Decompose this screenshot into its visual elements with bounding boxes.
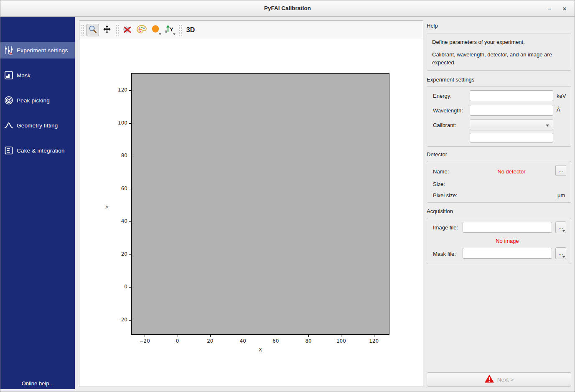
x-tick-label: 100	[332, 338, 350, 344]
next-button-label: Next >	[497, 377, 514, 383]
sidebar-item-label: Peak picking	[17, 97, 50, 104]
geometry-fitting-icon	[4, 121, 13, 130]
wavelength-unit: Å	[557, 107, 560, 113]
zoom-mode-button[interactable]	[87, 24, 99, 36]
window-title: PyFAI Calibration	[0, 5, 575, 11]
warning-triangle-icon	[484, 374, 494, 385]
y-tick-label: 0	[109, 284, 127, 290]
dropdown-caret-icon	[173, 33, 176, 35]
mask-file-browse-button[interactable]: …	[555, 247, 566, 259]
x-tick-mark	[145, 335, 145, 337]
svg-text:0: 0	[165, 30, 167, 33]
wavelength-label: Wavelength:	[433, 107, 463, 114]
y-axis-label: Y	[104, 206, 111, 209]
mask-file-label: Mask file:	[433, 251, 456, 257]
experiment-settings-box: Energy: keV Wavelength: Å Calibrant:	[427, 86, 571, 147]
y-tick-mark	[129, 221, 131, 222]
dropdown-caret-icon	[562, 256, 565, 258]
toolbar-handle[interactable]	[116, 25, 119, 36]
cake-integration-icon	[4, 146, 13, 155]
app-window: PyFAI Calibration – × Experiment settin	[0, 0, 575, 392]
y-tick-label: 60	[109, 186, 127, 191]
minimize-button[interactable]: –	[544, 4, 555, 14]
help-paragraph: Define parameters of your experiment.	[432, 38, 566, 46]
x-tick-label: 0	[168, 338, 187, 344]
detector-section-title: Detector	[427, 151, 447, 158]
magnifier-icon	[88, 25, 97, 36]
energy-field[interactable]	[470, 90, 553, 101]
plot-toolbar: 0 Y 3D	[79, 21, 423, 39]
y-tick-label: 120	[109, 87, 127, 93]
toolbar-handle[interactable]	[179, 25, 182, 36]
crosshair-off-button[interactable]	[121, 24, 134, 36]
pixel-size-unit: μm	[557, 192, 565, 199]
y-tick-mark	[129, 189, 131, 189]
x-tick-label: 40	[234, 338, 252, 344]
colormap-button[interactable]	[135, 24, 148, 36]
image-file-label: Image file:	[433, 224, 458, 231]
sidebar-item-label: Experiment settings	[17, 47, 68, 53]
x-axis-label: X	[131, 346, 389, 353]
online-help-link[interactable]: Online help...	[0, 380, 75, 387]
pan-mode-button[interactable]	[101, 24, 113, 36]
image-file-field[interactable]	[463, 222, 552, 233]
y-tick-label: 40	[109, 218, 127, 224]
y-tick-label: 20	[109, 251, 127, 257]
mask-file-field[interactable]	[463, 248, 552, 259]
y-tick-mark	[129, 255, 131, 255]
sidebar-item-label: Mask	[17, 72, 31, 79]
x-tick-label: 120	[365, 338, 383, 344]
titlebar: PyFAI Calibration – ×	[0, 0, 575, 17]
next-button[interactable]: Next >	[427, 372, 571, 387]
mode-3d-button[interactable]: 3D	[184, 24, 197, 36]
detector-size-label: Size:	[433, 181, 445, 187]
detector-box: Name: No detector … Size: Pixel size: μm	[427, 161, 571, 203]
detector-browse-button[interactable]: …	[555, 165, 566, 176]
sliders-warning-icon	[4, 46, 13, 55]
help-section-title: Help	[427, 23, 438, 29]
x-tick-mark	[210, 335, 211, 337]
y-tick-mark	[129, 156, 131, 156]
help-box: Define parameters of your experiment. Ca…	[427, 33, 571, 71]
wavelength-field[interactable]	[470, 105, 553, 116]
sidebar-item-label: Cake & integration	[17, 148, 65, 154]
sidebar-item-peak-picking[interactable]: Peak picking	[0, 92, 75, 109]
sidebar-item-mask[interactable]: Mask	[0, 67, 75, 84]
image-file-browse-button[interactable]: …	[555, 221, 566, 233]
sidebar: Experiment settings Mask Peak picking	[0, 17, 75, 389]
sidebar-item-cake-integration[interactable]: Cake & integration	[0, 142, 75, 159]
sidebar-item-experiment-settings[interactable]: Experiment settings	[0, 42, 75, 59]
chevron-down-icon	[546, 125, 549, 127]
image-status: No image	[463, 238, 552, 244]
energy-unit: keV	[557, 93, 566, 99]
plot-panel: 0 Y 3D −20020406080100120 −2002040608010…	[79, 20, 423, 387]
x-tick-label: −20	[135, 338, 154, 344]
svg-text:Y: Y	[170, 26, 173, 33]
plot: −20020406080100120 −20020406080100120 X …	[131, 73, 389, 335]
x-tick-label: 60	[267, 338, 285, 344]
x-tick-mark	[308, 335, 309, 337]
palette-icon	[136, 24, 147, 36]
x-tick-mark	[374, 335, 374, 337]
y-tick-label: −20	[109, 317, 127, 323]
close-button[interactable]: ×	[560, 4, 570, 14]
sidebar-item-geometry-fitting[interactable]: Geometry fitting	[0, 117, 75, 134]
help-paragraph: Calibrant, wavelength, detector, and an …	[432, 51, 566, 67]
y-tick-label: 100	[109, 120, 127, 126]
mask-icon	[4, 71, 13, 80]
pan-arrows-icon	[102, 25, 112, 36]
plot-canvas[interactable]	[131, 73, 389, 335]
toolbar-handle[interactable]	[81, 25, 84, 36]
y-tick-mark	[129, 287, 131, 288]
y-axis-orientation-button[interactable]: 0 Y	[164, 24, 176, 36]
experiment-settings-title: Experiment settings	[427, 76, 474, 83]
3d-text-icon: 3D	[186, 26, 195, 34]
detector-name-status: No detector	[470, 168, 553, 175]
x-tick-mark	[178, 335, 178, 337]
calibrant-filter-field[interactable]	[470, 133, 553, 143]
y-tick-mark	[129, 320, 131, 321]
y-tick-mark	[129, 90, 131, 91]
calibrant-dropdown[interactable]	[470, 120, 553, 130]
marker-color-button[interactable]	[150, 24, 162, 36]
dropdown-caret-icon	[562, 230, 565, 232]
